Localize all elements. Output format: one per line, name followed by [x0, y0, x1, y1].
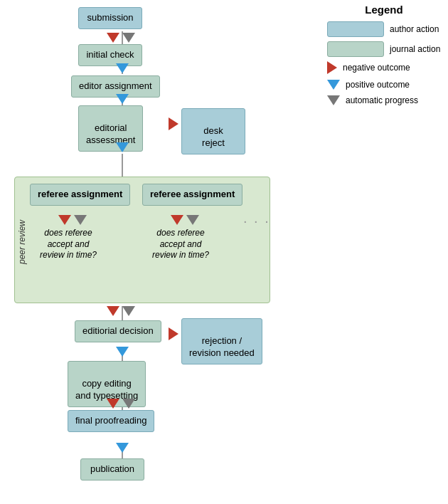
auto-progress-icon [327, 95, 340, 105]
rejection-red-arrow [169, 327, 178, 340]
negative-outcome-label: negative outcome [343, 63, 410, 73]
initial-check-blue-arrow [116, 63, 129, 73]
does-referee-2-text: does referee accept and review in time? [138, 228, 223, 261]
submission-node: submission [78, 7, 142, 29]
journal-action-label: journal action [390, 44, 440, 54]
positive-icon [327, 80, 340, 90]
editorial-blue-arrow [116, 142, 129, 152]
submission-arrows [107, 33, 135, 43]
auto-progress-label: automatic progress [346, 95, 418, 105]
referee-assignment-1-node: referee assignment [30, 184, 130, 206]
submission-red-arrow [107, 33, 119, 43]
ref1-red-arrow [58, 215, 71, 225]
diagram: Legend author action journal action nega… [0, 0, 448, 504]
legend-journal-action: journal action [327, 41, 441, 57]
legend-auto: automatic progress [327, 95, 441, 105]
legend: Legend author action journal action nega… [327, 4, 441, 111]
proof-down-arrow [116, 443, 129, 456]
editorial-assessment-box: editorial assessment [78, 105, 143, 152]
ref1-arrows [58, 215, 87, 225]
rejection-arrow [169, 327, 178, 343]
decision-top-arrows [107, 306, 135, 316]
ref2-arrows [171, 215, 199, 225]
author-action-box [327, 21, 384, 37]
legend-title: Legend [327, 4, 441, 16]
positive-outcome-label: positive outcome [346, 80, 410, 90]
initial-check-node: initial check [78, 44, 142, 66]
editorial-assessment-node: editorial assessment [78, 105, 143, 152]
decision-down-arrow [116, 347, 129, 359]
decision-gray-arrow [122, 306, 135, 316]
proof-gray-arrow [122, 399, 135, 409]
desk-reject-box: desk reject [181, 108, 245, 154]
desk-reject-arrow [169, 117, 178, 133]
proof-blue-arrow [116, 443, 129, 453]
rejection-revision-box: rejection / revision needed [181, 318, 262, 364]
rejection-revision-node: rejection / revision needed [181, 318, 262, 364]
submission-gray-arrow [122, 33, 135, 43]
proof-red-arrow [107, 399, 119, 409]
legend-negative: negative outcome [327, 61, 441, 74]
proof-top-arrows [107, 399, 135, 409]
final-proofreading-box: final proofreading [68, 410, 154, 432]
does-referee-1-node: does referee accept and review in time? [26, 228, 111, 261]
submission-box: submission [78, 7, 142, 29]
decision-blue-arrow [116, 347, 129, 357]
initial-check-arrow [116, 63, 129, 76]
negative-icon [327, 61, 337, 74]
publication-box: publication [80, 458, 144, 481]
more-referees-dots: . . . [243, 210, 270, 226]
legend-author-action: author action [327, 21, 441, 37]
ref2-gray-arrow [186, 215, 199, 225]
decision-red-arrow [107, 306, 119, 316]
initial-check-box: initial check [78, 44, 142, 66]
editorial-down-arrow [116, 142, 129, 155]
editor-blue-arrow [116, 94, 129, 104]
does-referee-1-text: does referee accept and review in time? [26, 228, 111, 261]
referee-assignment-1-box: referee assignment [30, 184, 130, 206]
referee-assignment-2-box: referee assignment [142, 184, 242, 206]
author-action-label: author action [390, 24, 439, 34]
final-proofreading-node: final proofreading [68, 410, 154, 432]
referee-assignment-2-node: referee assignment [142, 184, 242, 206]
legend-positive: positive outcome [327, 80, 441, 90]
desk-reject-red-arrow [169, 117, 178, 130]
publication-node: publication [80, 458, 144, 481]
ref2-red-arrow [171, 215, 183, 225]
editorial-decision-node: editiorial decision [75, 320, 161, 342]
journal-action-box [327, 41, 384, 57]
editorial-decision-box: editiorial decision [75, 320, 161, 342]
does-referee-2-node: does referee accept and review in time? [138, 228, 223, 261]
ref1-gray-arrow [74, 215, 87, 225]
desk-reject-node: desk reject [181, 108, 245, 154]
